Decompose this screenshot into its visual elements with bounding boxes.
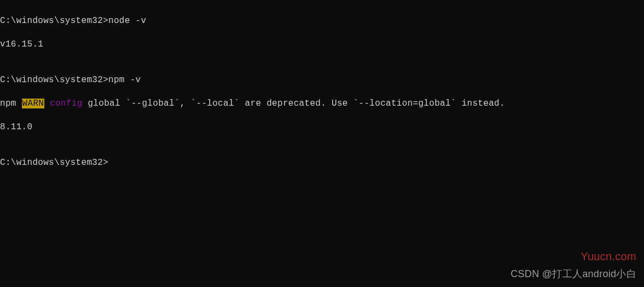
terminal-output[interactable]: C:\windows\system32>node -v v16.15.1 C:\… <box>0 0 644 181</box>
cmd-line-node-v: C:\windows\system32>node -v <box>0 15 644 27</box>
warn-message: global `--global`, `--local` are depreca… <box>83 99 505 108</box>
space <box>44 99 50 108</box>
watermark-yuucn: Yuucn.com <box>581 249 636 264</box>
node-version-output: v16.15.1 <box>0 39 644 51</box>
npm-version-output: 8.11.0 <box>0 122 644 134</box>
cmd-line-npm-v: C:\windows\system32>npm -v <box>0 74 644 87</box>
config-keyword: config <box>50 99 82 108</box>
watermark-csdn: CSDN @打工人android小白 <box>510 267 636 280</box>
npm-warn-line: npm WARN config global `--global`, `--lo… <box>0 98 644 110</box>
cmd-prompt-idle: C:\windows\system32> <box>0 157 644 169</box>
npm-prefix: npm <box>0 99 22 108</box>
warn-badge: WARN <box>22 99 45 108</box>
